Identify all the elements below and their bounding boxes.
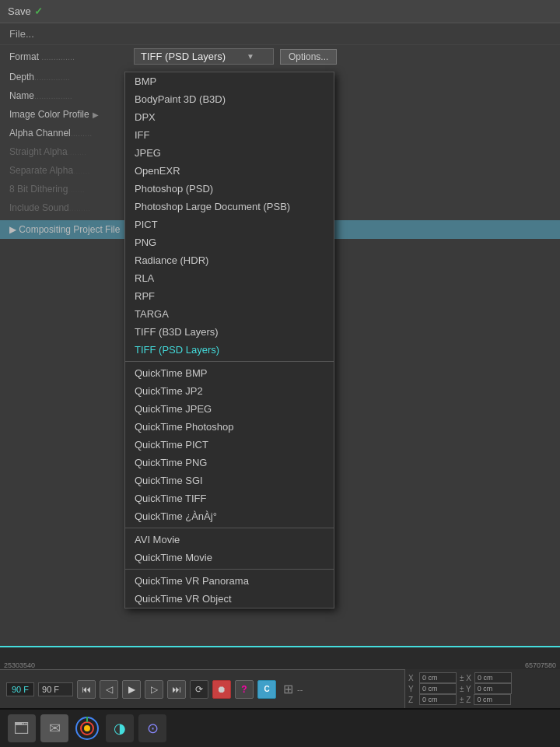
z-value-input[interactable] [419,694,457,705]
lx-value-input[interactable] [474,672,512,683]
separate-alpha-label: Separate Alpha ....... [9,165,134,176]
dropdown-item-jpeg[interactable]: JPEG [125,144,334,162]
save-text: Save [8,5,31,17]
dropdown-separator [125,528,334,528]
ruler-mark-25: 25 [4,661,12,669]
ruler-mark-80: 80 [548,661,556,669]
skip-forward-button[interactable]: ⏭ [167,680,186,699]
dropdown-item-tiff_psd[interactable]: TIFF (PSD Layers) [125,341,334,359]
dropdown-item-qt_vr_object[interactable]: QuickTime VR Object [125,590,334,608]
dropdown-item-photoshop_large[interactable]: Photoshop Large Document (PSB) [125,198,334,216]
ruler-mark-35: 35 [19,661,27,669]
y-value-input[interactable] [419,683,457,694]
frame-indicator: 90 F [6,682,34,696]
alpha-channel-label: Alpha Channel ......... [9,128,134,139]
dropdown-item-qt_sgi[interactable]: QuickTime SGI [125,472,334,489]
x-label: X [408,674,416,682]
dropdown-item-qt_jpeg[interactable]: QuickTime JPEG [125,400,334,418]
ruler-mark-40: 40 [27,661,35,669]
coords-panel: X ± X Y ± Y Z ± Z [404,669,560,708]
y-label: Y [408,685,416,693]
dropdown-item-bodypaint[interactable]: BodyPaint 3D (B3D) [125,90,334,108]
dropdown-item-png[interactable]: PNG [125,233,334,251]
dropdown-item-rpf[interactable]: RPF [125,287,334,305]
depth-label: Depth ............... [9,72,134,82]
dropdown-item-targa[interactable]: TARGA [125,305,334,323]
ruler-mark-75: 75 [541,661,548,669]
dash-indicator: -- [297,685,303,694]
format-row: Format .............. TIFF (PSD Layers) … [0,45,560,68]
ruler-mark-65: 65 [525,661,533,669]
taskbar-icon-chrome[interactable] [73,714,101,742]
dropdown-item-qt_pict[interactable]: QuickTime PICT [125,436,334,454]
record-button[interactable]: ⟳ [190,680,208,699]
taskbar-icon-4[interactable]: ◑ [106,714,134,742]
bottom-controls: 90 F ⏮ ◁ ▶ ▷ ⏭ ⟳ ⏺ ? C ⊞ -- [0,669,404,708]
dropdown-item-rla[interactable]: RLA [125,269,334,287]
stop-button[interactable]: ⏺ [212,680,231,699]
main-panel: File... Format .............. TIFF (PSD … [0,23,560,239]
format-label: Format .............. [9,51,134,62]
file-row: File... [0,23,560,45]
top-bar: Save ✓ [0,0,560,23]
dropdown-item-qt_tiff[interactable]: QuickTime TIFF [125,489,334,507]
cinema4d-button[interactable]: C [257,680,276,699]
dropdown-item-qt_movie[interactable]: QuickTime Movie [125,549,334,566]
file-label: File... [9,28,34,40]
straight-alpha-label: Straight Alpha ........ [9,146,134,157]
ly-value-input[interactable] [474,683,512,694]
dithering-label: 8 Bit Dithering ....... [9,184,134,195]
format-selected-value: TIFF (PSD Layers) [141,51,226,62]
ruler-mark-30: 30 [12,661,19,669]
sound-label: Include Sound ......... [9,202,134,213]
options-button[interactable]: Options... [280,49,337,65]
dropdown-arrow-icon: ▼ [247,52,254,61]
lz-label: ± Z [460,696,471,704]
format-dropdown-menu: BMPBodyPaint 3D (B3D)DPXIFFJPEGOpenEXRPh… [124,72,334,608]
dropdown-item-tiff_b3d[interactable]: TIFF (B3D Layers) [125,323,334,341]
save-label: Save ✓ [8,5,43,17]
step-forward-button[interactable]: ▷ [145,680,163,699]
frame-label: 90 F [12,685,29,694]
z-label: Z [408,696,416,704]
dropdown-item-openexr[interactable]: OpenEXR [125,162,334,180]
dropdown-item-qt_photoshop[interactable]: QuickTime Photoshop [125,418,334,436]
taskbar-icon-5[interactable]: ⊙ [138,714,166,742]
dropdown-item-qt_bmp[interactable]: QuickTime BMP [125,364,334,382]
dropdown-item-dpx[interactable]: DPX [125,108,334,126]
dropdown-item-qt_jp2[interactable]: QuickTime JP2 [125,382,334,400]
dropdown-separator [125,361,334,362]
save-checkmark: ✓ [34,5,43,17]
dropdown-item-qt_png[interactable]: QuickTime PNG [125,454,334,472]
dropdown-separator [125,569,334,570]
taskbar-icon-1[interactable]: 🗔 [8,714,36,742]
format-dropdown-trigger[interactable]: TIFF (PSD Layers) ▼ [134,48,274,65]
frame-input[interactable] [38,682,73,696]
x-value-input[interactable] [419,672,457,683]
coord-row-y: Y ± Y [408,683,557,694]
dropdown-item-qt_other[interactable]: QuickTime ¿ÀnÀj° [125,507,334,525]
timeline-ruler: 25 30 35 40 65 70 75 80 [0,646,560,669]
image-color-arrow-icon: ▶ [93,110,99,119]
dropdown-item-iff[interactable]: IFF [125,126,334,144]
ly-label: ± Y [460,685,471,693]
name-label: Name ................ [9,90,134,101]
step-back-button[interactable]: ◁ [100,680,118,699]
dropdown-item-pict[interactable]: PICT [125,216,334,233]
svg-point-2 [84,725,90,731]
dropdown-item-radiance[interactable]: Radiance (HDR) [125,251,334,269]
taskbar: 🗔 ✉ ◑ ⊙ [0,708,560,747]
dropdown-item-avi[interactable]: AVI Movie [125,531,334,549]
dropdown-item-photoshop[interactable]: Photoshop (PSD) [125,180,334,198]
coord-row-z: Z ± Z [408,694,557,705]
lz-value-input[interactable] [474,694,511,705]
dropdown-item-qt_vr_panorama[interactable]: QuickTime VR Panorama [125,572,334,590]
taskbar-icon-2[interactable]: ✉ [40,714,68,742]
help-button[interactable]: ? [235,680,254,699]
dropdown-item-bmp[interactable]: BMP [125,72,334,90]
grid-icon: ⊞ [283,682,293,696]
coord-row-x: X ± X [408,672,557,683]
play-button[interactable]: ▶ [122,680,141,699]
skip-back-button[interactable]: ⏮ [77,680,96,699]
ruler-mark-70: 70 [533,661,541,669]
